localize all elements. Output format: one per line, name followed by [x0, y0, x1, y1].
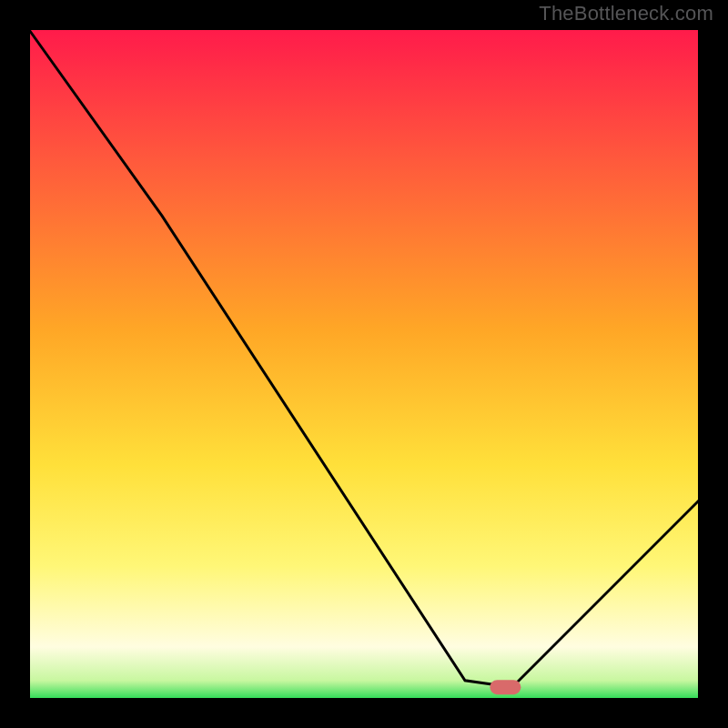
- optimal-marker: [490, 680, 521, 694]
- bottleneck-chart: [0, 0, 728, 728]
- watermark-text: TheBottleneck.com: [539, 2, 713, 25]
- chart-frame: TheBottleneck.com: [0, 0, 728, 728]
